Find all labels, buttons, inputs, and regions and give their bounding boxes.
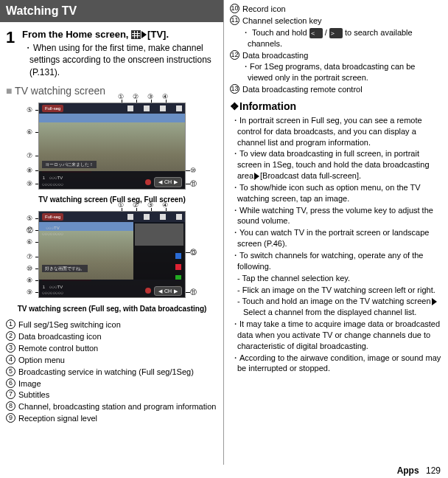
service-pill: Full-seg [42,213,63,221]
callout-8: ⑧ [27,166,32,175]
play-triangle-icon [141,31,147,38]
seg-switch-icon [127,105,133,111]
tv-ch-num: 1 [43,176,45,180]
info-b6-s3: Touch and hold an image on the TV watchi… [230,296,442,318]
footer-page: 129 [426,465,441,476]
legend-12: 12Data broadcasting [230,50,442,61]
callout-10: ⑩ [190,166,196,175]
tv-bottom-bar: 1 ○○○TV ○○○○○○○○ ◀ CH ▶ [39,171,185,189]
ch-label: CH [164,288,172,294]
info-b8: According to the airwave condition, imag… [230,353,442,375]
blue-button-icon [175,253,181,259]
legend-3: 3Remote control button [6,343,218,354]
legend-11-sub: Touch and hold ＜ / ＞ to search available… [230,27,442,49]
seg-switch-icon [127,214,133,220]
callout-4: ④ [162,92,168,101]
channel-next-key-icon: ＞ [329,28,343,38]
information-heading: ❖Information [230,100,442,114]
data-broadcast-icon [144,105,150,111]
step-main-text: From the Home screen, [TV]. [22,28,218,41]
channel-selection-key: ◀ CH ▶ [154,177,182,187]
callout-11: ⑪ [190,288,197,297]
callout-8: ⑧ [27,276,32,285]
footer-section: Apps [397,465,419,476]
legend-11: 11Channel selection key [230,15,442,27]
service-pill: Full-seg [42,105,63,112]
caption-1: TV watching screen (Full seg, Full scree… [6,195,218,205]
info-b4: While watching TV, press the volume key … [230,205,442,227]
step-sub-bullet: When using for the first time, make chan… [22,42,218,78]
info-b7: It may take a time to acquire image data… [230,319,442,352]
callout-11: ⑪ [190,179,197,188]
screenshot-2-wrap: ① ② ③ ④ ⑤ ⑫ ⑥ ⑦ ⑩ ⑧ ⑨ [6,211,218,301]
info-b6: To switch channels for watching, operate… [230,250,442,272]
play-triangle-icon [254,173,259,180]
legend-9: 9Reception signal level [6,413,218,424]
callout-1: ① [118,92,124,101]
legend-4: 4Option menu [6,355,218,366]
tv-ch-num: 1 [43,285,45,289]
tv-bottom-bar: 1 ○○○TV ○○○○○○○○ ◀ CH ▶ [39,280,185,297]
tv-subtitle: ヨーロッパに来ました！ [42,161,97,168]
legend-5: 5Broadcasting service in watching (Full … [6,367,218,378]
callout-6: ⑥ [27,128,32,136]
menu-icon [176,214,182,220]
info-b1: In portrait screen in Full seg, you can … [230,115,442,148]
page-footer: Apps 129 [397,465,441,477]
apps-grid-icon [131,30,141,39]
record-icon [145,288,151,294]
tv-program: ○○○○○○○○ [42,182,63,187]
column-separator [223,0,224,465]
ch-label: CH [164,179,172,185]
data-broadcast-icon [144,214,150,220]
callout-5: ⑤ [27,214,32,223]
red-button-icon [175,264,181,270]
thumb-image [135,224,183,246]
tv-top-bar: Full-seg [39,212,185,222]
callout-2: ② [133,92,139,101]
callout-1: ① [118,201,124,209]
callout-9: ⑨ [27,288,32,297]
callout-10: ⑩ [27,264,32,273]
callout-9: ⑨ [27,179,32,188]
info-b6-s2: Flick an image on the TV watching screen… [230,285,442,296]
section-heading: TV watching screen [6,84,218,98]
legend-1: 1Full seg/1Seg switching icon [6,319,218,330]
legend-13: 13Data broadcasting remote control [230,84,442,95]
data-station: ○○○TV○○○○○○○○ [42,225,63,237]
tv-station: ○○○TV [49,176,63,180]
callout-12: ⑫ [27,226,33,235]
step-number: 1 [6,27,22,78]
tv-subtitle: 好きな画面ですね。 [42,265,88,272]
remote-icon [160,214,166,220]
step-main-a: From the Home screen, [22,29,131,40]
legend-7: 7Subtitles [6,389,218,401]
tv-station: ○○○TV [49,285,63,289]
tv-top-bar: Full-seg [39,103,185,114]
step-main-b: [TV]. [147,29,169,40]
remote-icon [160,105,166,111]
legend-8: 8Channel, broadcasting station and progr… [6,401,218,412]
step-1: 1 From the Home screen, [TV]. When using… [6,27,218,78]
callout-2: ② [133,201,139,209]
legend-6: 6Image [6,378,218,389]
callout-7: ⑦ [27,252,32,261]
legend-10: 10Record icon [230,4,442,15]
record-icon [145,179,151,185]
callout-3: ③ [147,92,153,101]
callout-6: ⑥ [27,238,32,246]
tv-program: ○○○○○○○○ [42,291,63,295]
page-title: Watching TV [0,0,224,22]
info-b5: You can watch TV in the portrait screen … [230,227,442,249]
callout-7: ⑦ [27,151,32,160]
tv-screenshot-databroadcast: Full-seg [38,211,186,298]
callout-4: ④ [162,201,168,209]
tv-screenshot-fullscreen: Full-seg ヨーロッパに来ました！ 1 [38,103,186,190]
channel-prev-key-icon: ＜ [309,28,323,38]
play-triangle-icon [432,298,437,305]
channel-selection-key: ◀ CH ▶ [154,286,182,296]
callout-5: ⑤ [27,105,32,114]
data-broadcast-panel [133,222,185,280]
legend-2: 2Data broadcasting icon [6,331,218,342]
menu-icon [176,105,182,111]
